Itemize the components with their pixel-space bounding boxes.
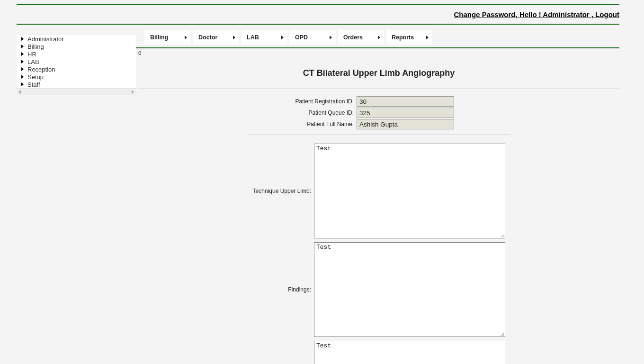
chevron-right-icon [330,36,332,39]
page-title: CT Bilateral Upper Limb Angiography [138,56,619,89]
chevron-right-icon [21,75,24,79]
nav-label: Reports [392,34,414,41]
findings-label: Findings: [138,286,314,293]
findings-textarea[interactable] [314,242,505,337]
patient-info: Patient Registration ID: 30 Patient Queu… [138,96,619,130]
nav-orders[interactable]: Orders [338,30,384,45]
chevron-right-icon [281,36,284,39]
sidebar-item-hr[interactable]: HR [17,50,136,58]
third-textarea[interactable] [314,341,505,364]
nav-label: Doctor [198,34,217,41]
top-bar: Change Password, Hello ! Administrator ,… [17,5,619,24]
main-content: 0 CT Bilateral Upper Limb Angiography Pa… [17,48,619,364]
nav-label: LAB [247,34,259,41]
sidebar-item-staff[interactable]: Staff [17,81,136,88]
chevron-right-icon [21,37,24,41]
sidebar-item-reception[interactable]: Reception [17,65,136,73]
reg-id-label: Patient Registration ID: [138,98,357,105]
nav-opd[interactable]: OPD [289,30,336,45]
nav-doctor[interactable]: Doctor [193,30,239,45]
nav-label: Orders [343,34,363,41]
sidebar-item-label: HR [27,51,36,58]
sidebar-item-administrator[interactable]: Administrator [17,35,136,43]
queue-id-field[interactable]: 325 [357,108,454,118]
sidebar-item-label: Billing [27,43,44,50]
chevron-right-icon [21,45,24,48]
sidebar-item-label: LAB [27,58,39,65]
technique-label: Technique Upper Limb: [138,188,314,194]
chevron-right-icon [21,60,24,64]
sidebar-scroll[interactable] [17,88,136,95]
sidebar-item-lab[interactable]: LAB [17,58,136,65]
change-password-link[interactable]: Change Password [454,10,515,18]
nav-billing[interactable]: Billing [144,30,191,45]
sidebar: Administrator Billing HR LAB Reception S… [17,35,136,95]
sidebar-item-label: Reception [27,66,55,73]
nav-label: Billing [150,34,168,41]
scroll-left-icon [18,90,21,94]
technique-textarea[interactable] [314,144,505,238]
chevron-right-icon [21,52,24,56]
chevron-right-icon [233,36,235,39]
sidebar-item-label: Setup [27,73,44,81]
full-name-field[interactable]: Ashish Gupta [357,119,454,129]
nav-label: OPD [295,34,308,41]
logout-link[interactable]: Logout [595,10,619,18]
chevron-right-icon [378,36,380,39]
chevron-right-icon [21,67,24,71]
zero-indicator: 0 [138,48,619,56]
reg-id-field[interactable]: 30 [357,96,454,107]
nav-lab[interactable]: LAB [241,30,287,45]
scroll-right-icon [132,90,134,94]
sidebar-item-label: Staff [27,81,40,88]
greeting-link[interactable]: Hello ! Administrator [519,10,591,18]
sidebar-item-label: Administrator [27,36,64,43]
sidebar-item-billing[interactable]: Billing [17,43,136,50]
title-rule [138,89,619,89]
top-links: Change Password, Hello ! Administrator ,… [454,10,619,18]
chevron-right-icon [185,36,187,39]
chevron-right-icon [426,36,429,39]
section-rule [247,135,510,135]
page-viewport[interactable]: Change Password, Hello ! Administrator ,… [0,0,636,364]
full-name-label: Patient Full Name: [138,121,357,127]
chevron-right-icon [21,82,24,86]
queue-id-label: Patient Queue ID: [138,109,357,116]
nav-reports[interactable]: Reports [386,30,432,45]
sidebar-item-setup[interactable]: Setup [17,73,136,81]
